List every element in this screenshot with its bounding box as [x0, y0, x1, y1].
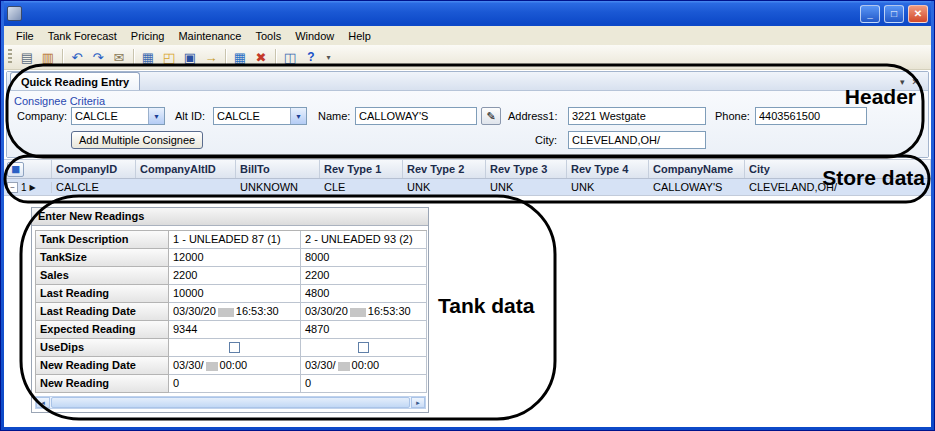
tank1-last-reading-date-cell[interactable]: 03/30/2016:53:30 — [169, 303, 301, 321]
column-header-companyid[interactable]: CompanyID — [52, 160, 136, 178]
tank2-last-reading-cell[interactable]: 4800 — [301, 285, 427, 303]
phone-label: Phone: — [715, 108, 750, 125]
chevron-down-icon[interactable]: ▼ — [148, 108, 164, 124]
alt-id-value: CALCLE — [214, 108, 290, 124]
cell-city[interactable]: CLEVELAND,OH/ — [745, 181, 931, 193]
date-prefix: 03/30/20 — [305, 305, 348, 317]
cell-rev-type-2[interactable]: UNK — [403, 181, 486, 193]
column-header-rev-type-4[interactable]: Rev Type 4 — [567, 160, 649, 178]
scrollbar-thumb[interactable] — [51, 397, 410, 408]
name-field[interactable] — [355, 107, 477, 125]
tank2-new-reading-cell[interactable]: 0 — [301, 375, 427, 393]
column-header-rev-type-3[interactable]: Rev Type 3 — [486, 160, 567, 178]
app-window: _ □ ✕ File Tank Forecast Pricing Mainten… — [0, 0, 935, 431]
tank1-last-reading-cell[interactable]: 10000 — [169, 285, 301, 303]
address1-field[interactable] — [568, 107, 706, 125]
column-chooser-icon[interactable]: ▦ — [7, 162, 24, 177]
label-last-reading-date: Last Reading Date — [36, 303, 169, 321]
database-icon[interactable]: ◫ — [280, 47, 300, 67]
table-icon[interactable]: ▦ — [230, 47, 250, 67]
column-header-companyaltid[interactable]: CompanyAltID — [136, 160, 236, 178]
minimize-button[interactable]: _ — [860, 5, 880, 23]
column-header-city[interactable]: City — [745, 160, 931, 178]
tank1-size-cell[interactable]: 12000 — [169, 249, 301, 267]
row-marker-icon: ▶ — [30, 183, 36, 192]
export-folder-icon[interactable]: → — [201, 47, 221, 67]
company-combobox[interactable]: CALCLE ▼ — [71, 107, 165, 125]
tank1-new-reading-date-cell[interactable]: 03/30/00:00 — [169, 357, 301, 375]
menu-pricing[interactable]: Pricing — [124, 28, 172, 44]
open-folder-icon[interactable]: ◰ — [159, 47, 179, 67]
tank1-description-cell[interactable]: 1 - UNLEADED 87 (1) — [169, 231, 301, 249]
titlebar[interactable]: _ □ ✕ — [4, 1, 931, 26]
save-icon[interactable]: ▣ — [180, 47, 200, 67]
edit-pencil-icon[interactable]: ✎ — [481, 107, 501, 125]
menu-file[interactable]: File — [9, 28, 41, 44]
phone-field[interactable] — [755, 107, 867, 125]
scroll-right-icon[interactable]: ► — [411, 397, 425, 408]
close-button[interactable]: ✕ — [908, 5, 928, 23]
delete-icon[interactable]: ✖ — [251, 47, 271, 67]
city-field[interactable] — [568, 131, 706, 149]
column-header-companyname[interactable]: CompanyName — [649, 160, 745, 178]
tank1-new-reading-cell[interactable]: 0 — [169, 375, 301, 393]
enter-new-readings-group: Enter New Readings Tank Description 1 - … — [31, 207, 429, 413]
toolbar-separator — [62, 49, 63, 65]
menu-maintenance[interactable]: Maintenance — [171, 28, 248, 44]
redo-icon[interactable]: ↷ — [88, 47, 108, 67]
column-header-rev-type-1[interactable]: Rev Type 1 — [320, 160, 403, 178]
consignee-criteria-title: Consignee Criteria — [14, 95, 105, 107]
menu-tools[interactable]: Tools — [248, 28, 288, 44]
quick-reading-entry-panel: Quick Reading Entry ▾ ✕ Consignee Criter… — [6, 71, 929, 158]
redaction-block — [350, 308, 366, 317]
menu-window[interactable]: Window — [288, 28, 341, 44]
tank1-expected-reading-cell[interactable]: 9344 — [169, 321, 301, 339]
toolbar-overflow-chevron-icon[interactable]: ▾ — [322, 47, 335, 67]
table-row[interactable]: − 1 ▶ CALCLE UNKNOWN CLE UNK UNK UNK CAL… — [4, 179, 931, 196]
add-multiple-consignee-button[interactable]: Add Multiple Consignee — [71, 131, 203, 149]
toolbar-separator — [225, 49, 226, 65]
undo-icon[interactable]: ↶ — [67, 47, 87, 67]
help-icon[interactable]: ? — [301, 47, 321, 67]
tank2-new-reading-date-cell[interactable]: 03/30/00:00 — [301, 357, 427, 375]
panel-close-icon[interactable]: ✕ — [911, 77, 919, 87]
toolbar-separator — [133, 49, 134, 65]
menu-help[interactable]: Help — [341, 28, 378, 44]
label-tanksize: TankSize — [36, 249, 169, 267]
tank2-sales-cell[interactable]: 2200 — [301, 267, 427, 285]
tank2-expected-reading-cell[interactable]: 4870 — [301, 321, 427, 339]
label-new-reading-date: New Reading Date — [36, 357, 169, 375]
column-header-billto[interactable]: BillTo — [236, 160, 320, 178]
cell-rev-type-4[interactable]: UNK — [567, 181, 649, 193]
mail-icon[interactable]: ✉ — [109, 47, 129, 67]
cell-rev-type-1[interactable]: CLE — [320, 181, 403, 193]
name-label: Name: — [318, 108, 350, 125]
chevron-down-icon[interactable]: ▼ — [290, 108, 306, 124]
calculator-icon[interactable]: ▦ — [138, 47, 158, 67]
chevron-down-icon[interactable]: ▾ — [900, 77, 905, 87]
alt-id-combobox[interactable]: CALCLE ▼ — [213, 107, 307, 125]
date-time: 16:53:30 — [368, 305, 411, 317]
cell-rev-type-3[interactable]: UNK — [486, 181, 567, 193]
tank2-size-cell[interactable]: 8000 — [301, 249, 427, 267]
printer-icon[interactable]: ▤ — [17, 47, 37, 67]
date-prefix: 03/30/20 — [173, 305, 216, 317]
scroll-left-icon[interactable]: ◄ — [36, 397, 50, 408]
cell-companyname[interactable]: CALLOWAY'S — [649, 181, 745, 193]
report-icon[interactable]: ▥ — [38, 47, 58, 67]
cell-billto[interactable]: UNKNOWN — [236, 181, 320, 193]
maximize-button[interactable]: □ — [884, 5, 904, 23]
tab-quick-reading-entry[interactable]: Quick Reading Entry — [10, 72, 140, 90]
menu-tank-forecast[interactable]: Tank Forecast — [41, 28, 124, 44]
tank1-sales-cell[interactable]: 2200 — [169, 267, 301, 285]
cell-companyid[interactable]: CALCLE — [52, 181, 136, 193]
horizontal-scrollbar[interactable]: ◄ ► — [35, 396, 426, 409]
column-header-rev-type-2[interactable]: Rev Type 2 — [403, 160, 486, 178]
tank2-description-cell[interactable]: 2 - UNLEADED 93 (2) — [301, 231, 427, 249]
tank2-last-reading-date-cell[interactable]: 03/30/2016:53:30 — [301, 303, 427, 321]
row-expand-icon[interactable]: − — [7, 182, 18, 193]
tank1-usedips-checkbox[interactable] — [229, 342, 240, 353]
tank2-usedips-checkbox[interactable] — [358, 342, 369, 353]
panel-controls: ▾ ✕ — [900, 77, 928, 90]
toolbar-grip[interactable] — [8, 49, 12, 65]
